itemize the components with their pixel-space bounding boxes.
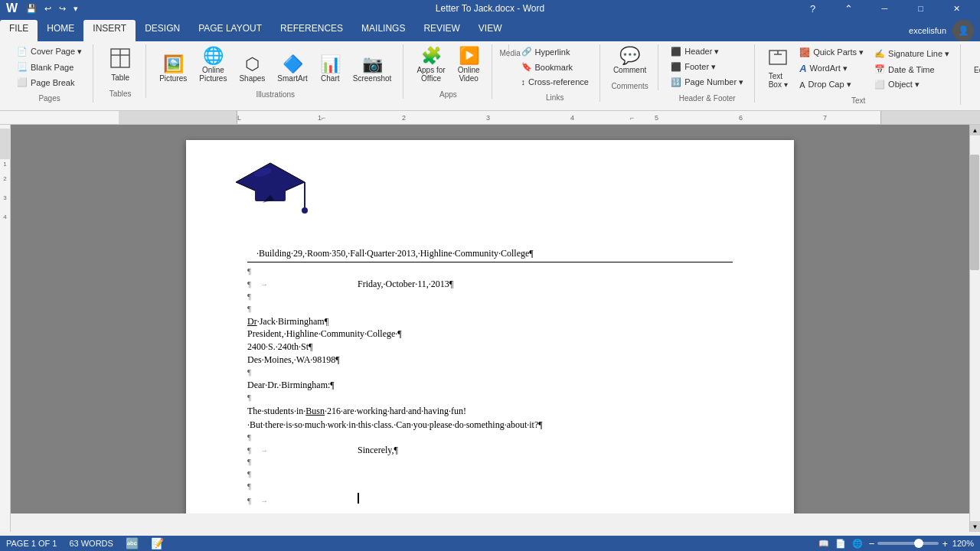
doc-date-line: ¶ → Friday,·October·11,·2013¶ xyxy=(247,278,733,291)
doc-address-1: 2400·S.·240th·St¶ xyxy=(247,341,733,354)
scroll-up-btn[interactable]: ▲ xyxy=(970,125,980,135)
zoom-percent[interactable]: 120% xyxy=(951,539,974,548)
recipient-name-text: Dr·Jack·Birmingham¶ xyxy=(247,315,328,328)
shapes-btn[interactable]: ⬡ Shapes xyxy=(234,53,270,86)
drop-cap-label: Drop Cap ▾ xyxy=(808,80,851,90)
zoom-thumb[interactable] xyxy=(914,539,923,548)
date-time-btn[interactable]: 📅 Date & Time xyxy=(870,62,954,77)
drop-cap-btn[interactable]: A Drop Cap ▾ xyxy=(795,77,868,92)
tab-file[interactable]: FILE xyxy=(0,20,38,41)
zoom-control[interactable]: − + 120% xyxy=(869,538,974,549)
cross-reference-btn[interactable]: ↕ Cross-reference xyxy=(517,75,593,89)
blank-page-icon: 📃 xyxy=(17,62,28,72)
quick-undo[interactable]: ↩ xyxy=(42,2,54,15)
print-layout-icon[interactable]: 📄 xyxy=(835,539,846,549)
signature-line-icon: ✍ xyxy=(874,49,885,59)
status-left: PAGE 1 OF 1 63 WORDS 🔤 📝 xyxy=(6,537,164,549)
equation-btn[interactable]: π Equation ▾ xyxy=(969,44,980,77)
comments-group-content: 💬 Comment xyxy=(608,44,652,77)
help-btn[interactable]: ? xyxy=(795,0,830,17)
customize-qa[interactable]: ▾ xyxy=(71,2,80,15)
chart-btn[interactable]: 📊 Chart xyxy=(315,53,346,86)
read-mode-icon[interactable]: 📖 xyxy=(818,539,829,549)
maximize-btn[interactable]: □ xyxy=(903,0,938,17)
cover-page-btn[interactable]: 📄 Cover Page ▾ xyxy=(12,44,87,59)
tab-home[interactable]: HOME xyxy=(38,20,83,41)
hyperlink-btn[interactable]: 🔗 Hyperlink xyxy=(517,44,593,59)
close-btn[interactable]: ✕ xyxy=(939,0,974,17)
zoom-slider[interactable] xyxy=(877,542,939,545)
ruler-vertical: 1 2 3 4 xyxy=(0,125,11,532)
pm-cursor: ¶ xyxy=(247,495,251,507)
chart-label: Chart xyxy=(321,74,339,83)
online-video-btn[interactable]: ▶️ OnlineVideo xyxy=(452,44,485,86)
minimize-btn[interactable]: ─ xyxy=(867,0,902,17)
screenshot-btn[interactable]: 📷 Screenshot xyxy=(348,53,397,86)
group-comments: 💬 Comment Comments xyxy=(602,44,658,90)
page: ·Building·29,·Room·350,·Fall·Quarter·201… xyxy=(186,140,794,514)
zoom-out-btn[interactable]: − xyxy=(869,538,875,549)
table-btn[interactable]: Table xyxy=(101,44,139,85)
wordart-label: WordArt ▾ xyxy=(810,64,848,73)
building-text: ·Building·29,·Room·350,·Fall·Quarter·201… xyxy=(247,248,534,259)
ruler-v-margin xyxy=(0,129,11,159)
links-col: 🔗 Hyperlink 🔖 Bookmark ↕ Cross-reference xyxy=(517,44,593,89)
object-btn[interactable]: ⬜ Object ▾ xyxy=(870,77,954,92)
header-btn[interactable]: ⬛ Header ▾ xyxy=(666,44,748,59)
ruler-tab-stop: ⌐ xyxy=(322,114,325,122)
scroll-down-btn[interactable]: ▼ xyxy=(970,521,980,532)
user-name: excelisfun xyxy=(909,20,952,41)
smartart-label: SmartArt xyxy=(277,74,307,83)
ruler-mark-6: 6 xyxy=(739,114,743,122)
doc-salutation: Dear·Dr.·Birmingham:¶ xyxy=(247,379,733,392)
vertical-scrollbar[interactable]: ▲ ▼ xyxy=(969,125,980,532)
wordart-btn[interactable]: A WordArt ▾ xyxy=(795,60,868,77)
smartart-btn[interactable]: 🔷 SmartArt xyxy=(272,53,312,86)
bookmark-btn[interactable]: 🔖 Bookmark xyxy=(517,60,593,74)
quick-parts-btn[interactable]: 🧱 Quick Parts ▾ xyxy=(795,45,868,60)
group-apps: 🧩 Apps forOffice ▶️ OnlineVideo Apps xyxy=(405,44,492,99)
scroll-track[interactable] xyxy=(970,135,980,521)
pictures-btn[interactable]: 🖼️ Pictures xyxy=(154,53,192,86)
comment-label: Comment xyxy=(613,66,646,74)
doc-para-3: ¶ xyxy=(247,303,733,315)
web-layout-icon[interactable]: 🌐 xyxy=(852,539,863,549)
doc-para-1: ¶ xyxy=(247,266,733,278)
comment-btn[interactable]: 💬 Comment xyxy=(608,44,652,77)
page-number-btn[interactable]: 🔢 Page Number ▾ xyxy=(666,75,748,90)
para-mark-1: ¶ xyxy=(247,266,251,277)
svg-point-9 xyxy=(302,207,308,214)
ribbon-tabs: FILE HOME INSERT DESIGN PAGE LAYOUT REFE… xyxy=(0,17,980,41)
object-icon: ⬜ xyxy=(874,80,885,90)
tab-references[interactable]: REFERENCES xyxy=(271,20,352,41)
header-icon: ⬛ xyxy=(671,47,681,57)
drop-cap-icon: A xyxy=(799,80,805,90)
tab-design[interactable]: DESIGN xyxy=(136,20,189,41)
online-pictures-btn[interactable]: 🌐 OnlinePictures xyxy=(194,44,232,86)
signature-line-btn[interactable]: ✍ Signature Line ▾ xyxy=(870,47,954,61)
scroll-thumb[interactable] xyxy=(970,155,979,270)
tab-review[interactable]: REVIEW xyxy=(414,20,469,41)
page-break-label: Page Break xyxy=(31,78,74,87)
apps-label: Apps xyxy=(411,89,485,99)
address-2-text: Des·Moines,·WA·98198¶ xyxy=(247,354,340,367)
page-break-btn[interactable]: ⬜ Page Break xyxy=(12,75,87,90)
tab-insert[interactable]: INSERT xyxy=(83,20,136,41)
pm6: ¶ xyxy=(247,432,251,443)
quick-redo[interactable]: ↪ xyxy=(57,2,68,15)
tab-mailings[interactable]: MAILINGS xyxy=(352,20,414,41)
quick-save[interactable]: 💾 xyxy=(24,2,39,15)
cover-page-icon: 📄 xyxy=(17,47,28,57)
document-area[interactable]: ·Building·29,·Room·350,·Fall·Quarter·201… xyxy=(11,125,969,514)
pm2: ¶ xyxy=(247,291,251,302)
online-video-label: OnlineVideo xyxy=(458,66,480,83)
apps-for-office-btn[interactable]: 🧩 Apps forOffice xyxy=(411,44,450,86)
ribbon-toggle[interactable]: ⌃ xyxy=(831,0,866,17)
text-box-btn[interactable]: TextBox ▾ xyxy=(763,44,793,92)
footer-btn[interactable]: ⬛ Footer ▾ xyxy=(666,60,748,74)
tab-view[interactable]: VIEW xyxy=(469,20,511,41)
zoom-in-btn[interactable]: + xyxy=(942,538,948,549)
ribbon-content: 📄 Cover Page ▾ 📃 Blank Page ⬜ Page Break… xyxy=(0,41,980,110)
tab-page-layout[interactable]: PAGE LAYOUT xyxy=(189,20,271,41)
blank-page-btn[interactable]: 📃 Blank Page xyxy=(12,60,87,74)
